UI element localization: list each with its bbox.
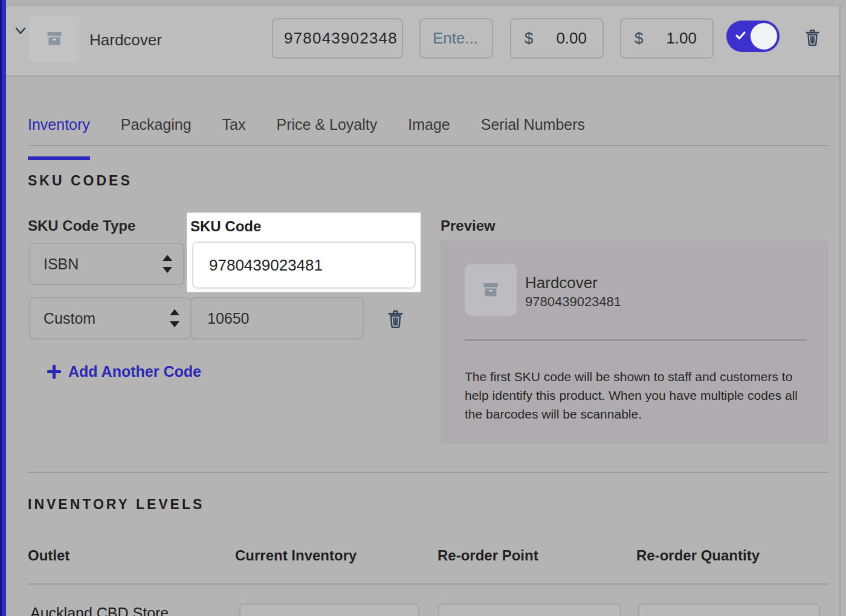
delete-variant-trash-icon[interactable] [805,28,820,46]
outlet-name-label: Auckland CBD Store [30,605,169,616]
collapse-variant-chevron-icon[interactable] [15,27,26,35]
sku-type-select-custom[interactable]: Custom [29,297,192,339]
preview-note-text: The first SKU code will be shown to staf… [465,367,812,423]
add-another-code-button[interactable]: Add Another Code [47,363,201,380]
page-top-strip [0,0,846,6]
supply-price-value: 0.00 [556,29,587,48]
retail-price-value: 1.00 [666,29,697,48]
column-header-outlet: Outlet [28,547,69,564]
custom-sku-code-input[interactable] [190,297,364,339]
variant-enabled-toggle[interactable] [726,21,780,52]
preview-divider [465,339,807,341]
tab-packaging[interactable]: Packaging [121,116,192,145]
variant-accent-bar [0,0,6,616]
add-another-code-label: Add Another Code [68,363,201,380]
sku-type-select-isbn[interactable]: ISBN [29,243,184,285]
card-right-border [839,6,841,616]
column-header-current-inventory: Current Inventory [235,547,357,564]
sku-code-type-column-label: SKU Code Type [28,217,135,234]
variant-name-label: Hardcover [89,31,162,50]
preview-panel: Hardcover 9780439023481 The first SKU co… [441,240,828,444]
currency-symbol: $ [525,29,533,48]
variant-supplier-code-input[interactable] [419,18,493,59]
currency-symbol: $ [634,29,643,48]
table-header-divider [28,583,828,585]
select-stepper-arrows-icon [170,309,179,327]
preview-product-code: 9780439023481 [525,294,621,310]
tab-inventory[interactable]: Inventory [28,116,90,145]
toggle-knob [751,23,777,50]
tab-image[interactable]: Image [408,116,450,145]
variant-supply-price-input[interactable]: $ 0.00 [510,18,604,59]
select-stepper-arrows-icon [163,255,172,273]
detail-tabs: Inventory Packaging Tax Price & Loyalty … [28,116,585,145]
variant-sku-input[interactable] [272,18,403,59]
preview-image-placeholder [465,264,517,316]
reorder-point-input[interactable] [438,603,621,616]
product-variant-editor: Hardcover $ 0.00 $ 1.00 Inventory Packag… [0,0,846,616]
sku-code-input[interactable] [192,242,416,289]
column-header-reorder-point: Re-order Point [438,547,538,564]
variant-image-placeholder[interactable] [29,15,80,62]
current-inventory-input[interactable] [239,603,419,616]
tab-price-loyalty[interactable]: Price & Loyalty [277,116,378,145]
selected-sku-type: Custom [30,310,170,327]
reorder-quantity-input[interactable] [638,603,820,616]
delete-sku-code-trash-icon[interactable] [387,309,404,328]
tabs-divider [28,145,828,146]
preview-label: Preview [441,217,496,234]
inventory-levels-heading: INVENTORY LEVELS [28,496,204,513]
sku-codes-heading: SKU CODES [28,173,132,189]
plus-icon [47,365,61,379]
section-divider [28,472,828,473]
tab-serial-numbers[interactable]: Serial Numbers [481,116,585,145]
product-box-icon [483,283,498,297]
selected-sku-type: ISBN [30,255,163,273]
preview-product-name: Hardcover [525,274,598,292]
variant-retail-price-input[interactable]: $ 1.00 [620,18,714,59]
sku-code-spotlight: SKU Code [187,213,421,292]
check-icon [735,31,746,40]
tab-tax[interactable]: Tax [222,116,246,145]
column-header-reorder-quantity: Re-order Quantity [636,547,760,564]
sku-code-column-label: SKU Code [190,218,261,235]
product-box-icon [47,32,62,45]
